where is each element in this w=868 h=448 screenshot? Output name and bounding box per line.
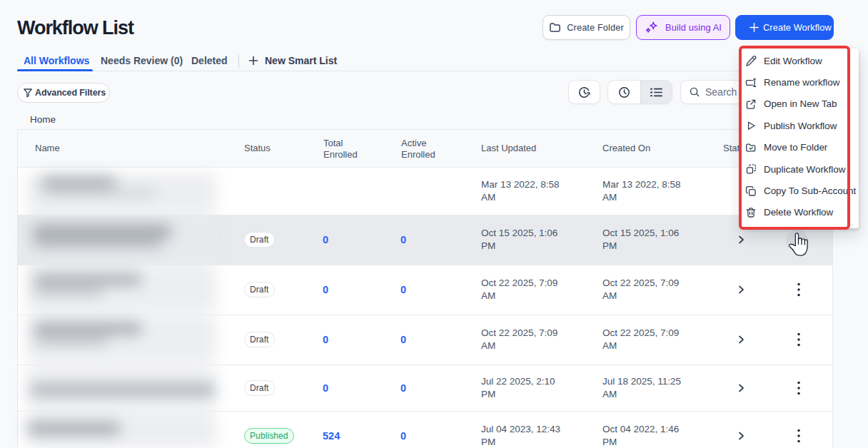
tabs-bottom-border: [17, 71, 851, 71]
menu-item-delete-workflow[interactable]: Delete Workflow: [742, 202, 859, 223]
status-badge: Draft: [244, 332, 275, 347]
menu-item-label: Copy To Sub-Account: [764, 185, 856, 196]
recent-view-button[interactable]: [608, 81, 640, 103]
redacted-name-blob: [26, 422, 121, 434]
created-on-cell: Oct 22 2025, 7:09 AM: [602, 327, 688, 352]
total-enrolled-link[interactable]: 0: [323, 334, 328, 345]
tab-needs-review[interactable]: Needs Review (0): [101, 55, 183, 66]
total-enrolled-link[interactable]: 0: [323, 284, 328, 295]
redacted-name-blob: [29, 385, 216, 395]
active-enrolled-link[interactable]: 0: [400, 430, 406, 442]
menu-item-label: Duplicate Workflow: [764, 164, 845, 175]
col-name: Name: [35, 143, 60, 154]
funnel-icon: [23, 88, 33, 98]
last-updated-cell: Jul 04 2023, 12:43 PM: [481, 423, 567, 448]
redacted-name-blob: [34, 337, 108, 346]
new-smart-list-button[interactable]: New Smart List: [248, 55, 337, 66]
expand-row-chevron-icon[interactable]: [737, 235, 745, 245]
create-folder-button[interactable]: Create Folder: [542, 15, 630, 40]
total-enrolled-link[interactable]: 524: [323, 430, 340, 442]
menu-item-duplicate-workflow[interactable]: Duplicate Workflow: [742, 158, 859, 180]
created-on-cell: Oct 15 2025, 1:06 PM: [602, 227, 688, 253]
redacted-name-blob: [34, 274, 142, 285]
redacted-name-blob: [32, 238, 162, 248]
menu-item-label: Rename workflow: [764, 77, 839, 88]
redacted-name-blob: [32, 225, 172, 238]
create-folder-label: Create Folder: [567, 22, 624, 33]
build-using-ai-button[interactable]: Build using AI: [636, 15, 730, 40]
col-status: Status: [244, 143, 271, 154]
folder-icon: [549, 21, 561, 34]
sparkles-icon: [645, 21, 659, 35]
expand-row-chevron-icon[interactable]: [737, 431, 745, 441]
row-actions-kebab-icon[interactable]: [796, 381, 802, 395]
menu-item-label: Edit Workflow: [764, 56, 822, 66]
last-updated-cell: Oct 22 2025, 7:09 AM: [481, 327, 567, 352]
menu-item-copy-to-sub-account[interactable]: Copy To Sub-Account: [742, 180, 859, 201]
search-icon: [689, 86, 700, 98]
created-on-cell: Jul 18 2025, 11:25 AM: [602, 375, 688, 401]
open-new-tab-icon: [745, 98, 757, 110]
row-actions-kebab-icon[interactable]: [796, 282, 802, 297]
redacted-name-blob: [34, 287, 104, 297]
plus-icon: [749, 22, 760, 33]
menu-item-edit-workflow[interactable]: Edit Workflow: [742, 50, 859, 71]
active-tab-underline: [17, 69, 93, 71]
total-enrolled-link[interactable]: 0: [323, 234, 328, 245]
clock-icon: [617, 86, 631, 99]
active-enrolled-link[interactable]: 0: [400, 284, 406, 295]
menu-item-publish-workflow[interactable]: Publish Workflow: [742, 115, 859, 136]
active-enrolled-link[interactable]: 0: [400, 382, 406, 394]
enrollment-history-button[interactable]: [568, 80, 600, 104]
kebab-hover-halo: [786, 230, 808, 252]
duplicate-icon: [745, 163, 757, 175]
menu-item-label: Delete Workflow: [764, 207, 833, 218]
row-actions-kebab-icon[interactable]: [796, 429, 802, 443]
rename-icon: [745, 77, 757, 88]
trash-icon: [745, 207, 757, 218]
col-last-updated: Last Updated: [481, 143, 536, 154]
menu-item-label: Move to Folder: [764, 142, 827, 153]
copy-icon: [745, 185, 757, 197]
menu-item-move-to-folder[interactable]: Move to Folder: [742, 137, 859, 158]
publish-icon: [745, 120, 757, 131]
expand-row-chevron-icon[interactable]: [737, 285, 745, 295]
redacted-name-column: [25, 169, 216, 448]
create-workflow-label: Create Workflow: [763, 22, 832, 33]
status-badge: Draft: [244, 232, 275, 248]
list-view-button[interactable]: [640, 81, 672, 103]
new-smart-list-label: New Smart List: [265, 55, 337, 66]
menu-item-label: Publish Workflow: [764, 121, 837, 131]
active-enrolled-link[interactable]: 0: [400, 234, 406, 245]
last-updated-cell: Oct 22 2025, 7:09 AM: [481, 277, 567, 302]
menu-item-rename-workflow[interactable]: Rename workflow: [742, 71, 859, 93]
col-total-enrolled: Total Enrolled: [323, 138, 365, 161]
tab-divider: [238, 55, 239, 68]
col-created-on: Created On: [602, 143, 650, 154]
active-enrolled-link[interactable]: 0: [400, 334, 406, 345]
total-enrolled-link[interactable]: 0: [323, 382, 328, 394]
expand-row-chevron-icon[interactable]: [737, 383, 745, 393]
created-on-cell: Oct 22 2025, 7:09 AM: [602, 277, 688, 302]
tab-deleted[interactable]: Deleted: [191, 55, 228, 66]
list-icon: [650, 86, 663, 99]
redacted-name-blob: [41, 176, 116, 188]
create-workflow-button[interactable]: Create Workflow: [735, 15, 834, 40]
advanced-filters-button[interactable]: Advanced Filters: [17, 83, 110, 103]
created-on-cell: Mar 13 2022, 8:58 AM: [602, 178, 688, 204]
col-active-enrolled: Active Enrolled: [401, 138, 443, 161]
plus-icon: [248, 56, 258, 66]
expand-row-chevron-icon[interactable]: [737, 335, 745, 345]
move-folder-icon: [745, 142, 757, 153]
row-actions-kebab-icon[interactable]: [796, 332, 802, 347]
redacted-name-blob: [42, 189, 156, 197]
created-on-cell: Oct 04 2022, 1:46 PM: [602, 423, 688, 448]
last-updated-cell: Oct 15 2025, 1:06 PM: [481, 227, 567, 253]
menu-item-open-in-new-tab[interactable]: Open in New Tab: [742, 93, 859, 115]
tab-all-workflows[interactable]: All Workflows: [24, 55, 89, 66]
status-badge: Published: [244, 428, 294, 444]
menu-item-label: Open in New Tab: [764, 98, 837, 109]
history-clock-icon: [577, 86, 591, 99]
breadcrumb[interactable]: Home: [30, 114, 56, 125]
status-badge: Draft: [244, 282, 275, 297]
